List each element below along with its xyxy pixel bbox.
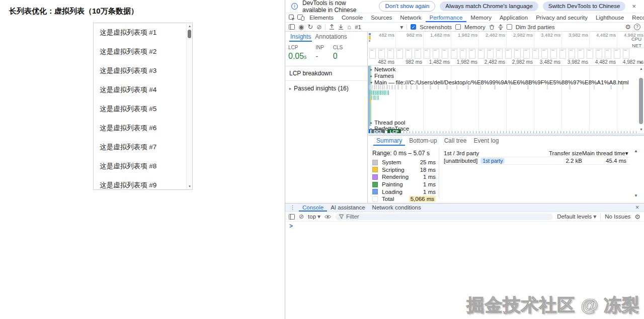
frames-track[interactable]: ▸ Frames (370, 73, 394, 79)
timeline[interactable]: CPU NET 482 ms982 ms1,482 ms1,982 ms2,48… (368, 32, 644, 136)
tab-console[interactable]: Console (338, 13, 367, 22)
flame-bar-function[interactable] (377, 95, 379, 100)
upload-profile-icon[interactable] (329, 24, 335, 30)
clear-console-icon[interactable]: ⊘ (299, 214, 304, 220)
live-expression-eye-icon[interactable] (325, 215, 331, 219)
flame-bar-task[interactable] (527, 85, 529, 89)
flame-bar-task[interactable] (446, 85, 448, 89)
perf-settings-gear-icon[interactable]: ⚙ (625, 24, 631, 30)
tab-application[interactable]: Application (496, 13, 532, 22)
tab-lighthouse[interactable]: Lighthouse (592, 13, 628, 22)
flame-bar-function[interactable] (385, 90, 386, 95)
table-row[interactable]: [unattributed]1st party2.2 kB45.4 ms (444, 157, 630, 165)
history-selector[interactable]: #1 ▾ (355, 24, 403, 30)
screenshot-thumbnail[interactable] (478, 49, 485, 59)
drawer-tab-console[interactable]: Console (299, 203, 327, 211)
scroll-up-icon[interactable]: ▲ (639, 67, 643, 70)
tab-sources[interactable]: Sources (367, 13, 396, 22)
timeline-overview[interactable]: CPU NET 482 ms982 ms1,482 ms1,982 ms2,48… (368, 32, 644, 48)
flame-bar-task[interactable] (467, 85, 469, 89)
drawer-more-icon[interactable]: ⋮ (288, 204, 297, 211)
tracks-scrollbar-thumb[interactable] (639, 78, 643, 124)
lcp-breakdown-item[interactable]: LCP breakdown (285, 66, 367, 81)
flame-bar-task[interactable] (510, 85, 511, 89)
screenshot-thumbnail[interactable] (614, 49, 620, 59)
scroll-up-icon[interactable]: ▲ (634, 149, 638, 153)
virtual-list[interactable]: 这是虚拟列表项 #1这是虚拟列表项 #2这是虚拟列表项 #3这是虚拟列表项 #4… (93, 23, 193, 190)
scrollbar-thumb[interactable] (188, 30, 191, 38)
screenshot-thumbnail[interactable] (623, 49, 629, 59)
list-item[interactable]: 这是虚拟列表项 #8 (94, 157, 186, 176)
flame-bar-task[interactable] (423, 85, 424, 89)
screenshot-thumbnail[interactable] (550, 49, 557, 59)
device-toolbar-icon[interactable] (296, 14, 305, 22)
toggle-sidebar-icon[interactable] (289, 24, 295, 30)
scroll-down-icon[interactable]: ▾ (187, 184, 193, 189)
flame-bar-function[interactable] (380, 90, 381, 95)
flame-bar-task[interactable] (406, 85, 407, 89)
screenshot-thumbnail[interactable] (487, 49, 494, 59)
screenshots-checkbox[interactable]: ✓ (411, 24, 416, 30)
download-profile-icon[interactable] (338, 24, 344, 30)
screenshot-thumbnail[interactable] (406, 49, 412, 59)
flame-bar-function[interactable] (369, 90, 371, 95)
col-main-thread-time[interactable]: Main thread time▾ (582, 150, 626, 157)
help-icon[interactable]: ? (634, 24, 640, 30)
memory-checkbox[interactable] (455, 24, 461, 30)
col-party[interactable]: 1st / 3rd party (444, 150, 532, 156)
flame-bar-task[interactable] (380, 85, 381, 89)
screenshot-thumbnail[interactable] (605, 49, 611, 59)
insights-tab-insights[interactable]: Insights (289, 33, 312, 42)
screenshot-thumbnail[interactable] (369, 49, 376, 59)
expand-collapse-icon[interactable] (498, 24, 503, 30)
screenshot-thumbnail[interactable] (442, 49, 448, 59)
console-settings-gear-icon[interactable]: ⚙ (634, 214, 640, 220)
flame-bar-function[interactable] (378, 90, 379, 95)
flame-bar-function[interactable] (375, 95, 376, 100)
flame-bar-task[interactable] (430, 85, 431, 89)
screenshot-thumbnail[interactable] (505, 49, 512, 59)
screenshot-thumbnail[interactable] (460, 49, 466, 59)
list-item[interactable]: 这是虚拟列表项 #5 (94, 99, 186, 119)
flame-bar-function[interactable] (376, 90, 378, 95)
thread-pool-track[interactable]: ▸ Thread pool (370, 120, 405, 126)
screenshot-thumbnail[interactable] (514, 49, 521, 59)
flame-bar-task[interactable] (374, 85, 375, 89)
list-item[interactable]: 这是虚拟列表项 #3 (94, 61, 186, 80)
screenshot-thumbnail[interactable] (433, 49, 439, 59)
flame-bar-task[interactable] (622, 85, 623, 89)
flame-bar-function[interactable] (382, 90, 383, 95)
screenshot-thumbnail[interactable] (396, 49, 403, 59)
log-levels-selector[interactable]: Default levels ▾ (557, 214, 596, 220)
list-item[interactable]: 这是虚拟列表项 #6 (94, 119, 186, 138)
screenshot-thumbnail[interactable] (469, 49, 475, 59)
tab-elements[interactable]: Elements (305, 13, 338, 22)
flame-bar-function[interactable] (387, 90, 389, 95)
virtual-list-scrollbar[interactable]: ▴ ▾ (186, 23, 192, 189)
scroll-down-icon[interactable]: ▼ (634, 193, 638, 198)
scroll-down-icon[interactable]: ▼ (639, 128, 643, 131)
flame-bar-function[interactable] (383, 90, 385, 95)
screenshot-thumbnail[interactable] (596, 49, 602, 59)
flame-bar-task[interactable] (494, 85, 496, 89)
screenshot-thumbnail[interactable] (523, 49, 530, 59)
scroll-up-icon[interactable]: ▴ (187, 24, 193, 29)
flame-bar-function[interactable] (375, 90, 376, 95)
summary-tab-bottom-up[interactable]: Bottom-up (406, 136, 440, 146)
flame-bar-task[interactable] (438, 85, 439, 89)
reload-record-icon[interactable]: ↻ (307, 24, 313, 30)
horizontal-scroll-track[interactable] (368, 133, 644, 135)
match-language-button[interactable]: Always match Chrome's language (440, 2, 538, 12)
screenshot-thumbnail[interactable] (541, 49, 548, 59)
list-item[interactable]: 这是虚拟列表项 #1 (94, 23, 186, 42)
flame-bar-task[interactable] (386, 85, 388, 89)
flame-bar-task[interactable] (384, 85, 385, 89)
screenshot-thumbnail[interactable] (559, 49, 566, 59)
inspect-element-icon[interactable] (287, 14, 296, 22)
flame-bar-function[interactable] (373, 95, 375, 100)
context-selector[interactable]: top ▾ (308, 214, 320, 220)
flame-bar-function[interactable] (373, 90, 374, 95)
switch-chinese-button[interactable]: Switch DevTools to Chinese (543, 2, 626, 12)
screenshot-thumbnail[interactable] (587, 49, 593, 59)
screenshot-thumbnail[interactable] (532, 49, 539, 59)
